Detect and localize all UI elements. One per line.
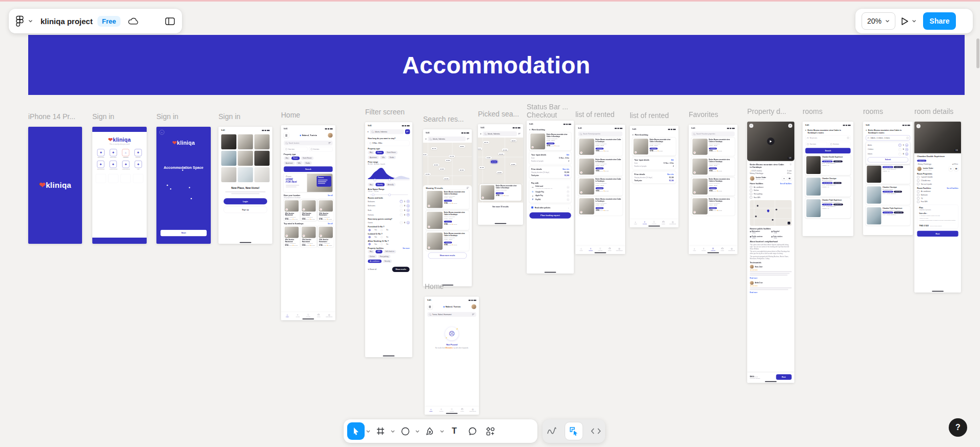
frame-room-details[interactable]: ‹ 1/11 Chambre Double Supérieure Grand P… xyxy=(914,122,961,293)
map-price-pin[interactable]: $1,352 xyxy=(443,177,449,180)
service-nurse-space[interactable]: ✚Nurse space xyxy=(110,149,117,158)
results-map[interactable]: $2,430 $2,500 $2,700 $1,438 $1,050 $1,55… xyxy=(478,138,523,203)
share-button[interactable]: Share xyxy=(923,12,956,30)
nav-rented[interactable]: ≡Rented xyxy=(294,314,302,317)
plus-button[interactable]: + xyxy=(905,148,908,151)
back-button[interactable]: ← xyxy=(159,130,164,134)
chip-apartment[interactable]: Apartment xyxy=(368,156,378,159)
nav-home[interactable]: ⌂Home xyxy=(690,247,698,251)
nav-home[interactable]: ⌂Home xyxy=(631,221,639,224)
back-button[interactable]: ‹ xyxy=(368,130,369,133)
nav-profile[interactable]: Profile xyxy=(606,247,614,251)
pen-tool-chevron[interactable] xyxy=(439,422,445,440)
frame-label-picked[interactable]: Picked sea... xyxy=(478,110,519,118)
move-tool-chevron[interactable] xyxy=(365,422,371,440)
nav-home[interactable]: ⌂Home xyxy=(283,314,291,317)
select-method-button[interactable]: + xyxy=(567,199,569,201)
rented-card[interactable]: ♥ Entire Bromo mountain view Cabin in Su… xyxy=(578,178,622,196)
guests-field[interactable]: 1 Adults - 0 children - 0 infants xyxy=(866,135,910,141)
map-price-pin[interactable]: $1,550 xyxy=(486,157,492,159)
radio-no[interactable] xyxy=(381,243,383,245)
back-button[interactable]: ‹ xyxy=(866,129,867,131)
end-date-field[interactable]: End date xyxy=(309,147,332,151)
vertical-scrollbar[interactable] xyxy=(976,38,979,68)
frame-signin-accommodation[interactable]: ← ❤kliniqa Accommodation Space Start xyxy=(156,127,211,244)
back-button[interactable]: ‹ xyxy=(426,138,427,140)
result-card[interactable]: ♥ Entire Bromo mountain view Cabin in Su… xyxy=(426,211,469,230)
results-map[interactable]: $2,430 $2,500 $2,700 $1,438 $1,050 $1,55… xyxy=(423,143,472,189)
property-card[interactable]: ♥ Villa Jasmine Hammamet Nabeul, Hammame… xyxy=(318,200,334,221)
pay-apple-pay[interactable]: ♦Apple Pay+ xyxy=(531,195,569,197)
filter-button[interactable] xyxy=(405,129,410,134)
favorite-icon[interactable]: ♥ xyxy=(693,211,695,213)
room-card[interactable]: Chambre Triple Supérieure ⊟ 1 grand lit … xyxy=(805,198,850,218)
property-card[interactable]: ♥ Villa Jasmine Hammamet Nabeul, Hammame… xyxy=(301,200,317,221)
see-all-facilities-link[interactable]: See all facilities xyxy=(947,187,958,189)
property-card[interactable]: ♥ Villa Jasmine Hammamet Nabeul, Hammame… xyxy=(284,226,299,247)
play-button[interactable]: ▶ xyxy=(767,138,775,145)
chip-fac-any[interactable]: Any xyxy=(368,250,374,254)
frame-label-favorites[interactable]: Favorites xyxy=(689,110,718,119)
start-button[interactable]: Start xyxy=(161,230,207,237)
show-results-button[interactable]: Show results xyxy=(392,267,410,272)
radio-yes[interactable] xyxy=(369,229,371,231)
map-price-pin-selected[interactable]: $1,298 xyxy=(491,161,497,163)
map-price-pin[interactable]: $2,700 xyxy=(423,153,428,156)
room-card[interactable]: Chambre Triple Supérieure ⊟ 1 grand lit … xyxy=(866,206,910,225)
service-para-pharmacy[interactable]: ✚Para pharmacy xyxy=(97,161,105,169)
frame-signin-services[interactable]: ❤kliniqa This is exactly what you need ✚… xyxy=(92,127,147,244)
nav-favorite[interactable]: ♡Favorite xyxy=(448,408,456,412)
nav-profile[interactable]: Profile xyxy=(659,221,668,224)
call-button[interactable]: ☎ xyxy=(788,177,792,181)
text-tool-button[interactable]: T xyxy=(446,422,463,440)
plus-button[interactable]: + xyxy=(407,200,410,203)
help-button[interactable]: ? xyxy=(949,418,967,437)
dev-mode-icon[interactable] xyxy=(591,427,601,435)
location-search[interactable]: Jakarta, Indonesia xyxy=(428,137,466,141)
radio-no[interactable] xyxy=(381,229,383,231)
figma-logo-icon[interactable] xyxy=(16,15,24,27)
map-price-pin[interactable]: $1,250 xyxy=(458,169,465,171)
chip-air-conditioner[interactable]: Air conditioner xyxy=(368,260,382,263)
back-button[interactable]: ‹ xyxy=(529,128,530,131)
login-button[interactable]: Login xyxy=(224,198,267,204)
frame-checkout[interactable]: 9:41 ‹Rent booking ♥ Entire Bromo mounta… xyxy=(527,121,574,274)
plus-button[interactable]: + xyxy=(407,221,410,224)
back-button[interactable]: ‹ xyxy=(749,124,753,128)
map-price-pin[interactable]: $2,430 xyxy=(483,141,489,144)
actions-tool-button[interactable] xyxy=(482,422,499,440)
search-button[interactable]: Search xyxy=(284,166,332,172)
nav-notifications[interactable]: ◎Notifications xyxy=(615,247,624,251)
start-date-field[interactable]: Start date xyxy=(284,147,307,151)
accommodation-section-banner[interactable]: Accommodation xyxy=(28,35,965,95)
frame-label-iphone14[interactable]: iPhone 14 Pr... xyxy=(28,112,75,121)
slider-handle[interactable] xyxy=(388,193,391,196)
favorite-icon[interactable]: ♥ xyxy=(320,208,322,210)
cloud-status-icon[interactable] xyxy=(128,17,138,25)
radio-yes[interactable] xyxy=(369,236,371,238)
pay-debit-card[interactable]: ▭ Debit cardAccepting Visa, Mastercard, … xyxy=(531,186,569,189)
property-video-header[interactable]: ‹ ↗ ▶ 1/11 xyxy=(747,122,794,161)
chip-monthly[interactable]: Monthly xyxy=(375,183,385,186)
result-card[interactable]: ♥ Entire Bromo mountain view Cabin in Su… xyxy=(426,231,469,250)
nav-favorite[interactable]: ♡Favorite xyxy=(709,247,717,251)
frame-label-checkout[interactable]: Checkout xyxy=(527,111,557,119)
stay-date-field[interactable]: 11 Nov - 5 Dec xyxy=(368,141,409,146)
pen-tool-button[interactable] xyxy=(421,422,438,440)
see-more-results[interactable]: See more 72 results xyxy=(478,206,523,208)
frame-label-home[interactable]: Home xyxy=(281,111,300,119)
radio-yes[interactable] xyxy=(369,243,371,245)
nav-favorite[interactable]: ♡Favorite xyxy=(650,221,658,224)
frame-label-filter[interactable]: Filter screen xyxy=(365,108,405,116)
booking-property-card[interactable]: ♥ Entire Bromo mountain view Cabin in Su… xyxy=(632,138,675,156)
favorite-icon[interactable]: ♥ xyxy=(303,208,305,210)
frame-favorites[interactable]: 9:41 Search Favorites properties ♥ Entir… xyxy=(689,125,737,254)
call-button[interactable]: ☎ xyxy=(954,167,958,171)
minus-button[interactable]: − xyxy=(400,213,403,217)
design-tools-toggle[interactable] xyxy=(565,422,583,440)
zoom-selector[interactable]: 20% xyxy=(862,12,895,30)
map-price-pin[interactable]: $1,050 xyxy=(498,152,504,155)
nav-home[interactable]: ⌂Home xyxy=(577,247,585,251)
sort-icon[interactable] xyxy=(467,187,469,189)
chip-apartment[interactable]: Apartment xyxy=(284,161,294,165)
